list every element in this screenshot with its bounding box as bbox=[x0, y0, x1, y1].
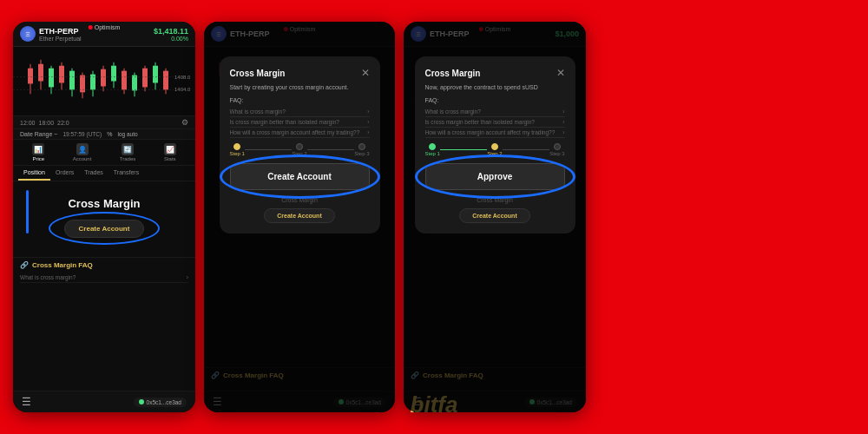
gear-icon-1[interactable]: ⚙ bbox=[181, 118, 188, 127]
account-label: Account bbox=[73, 156, 92, 161]
svg-text:1404.0: 1404.0 bbox=[174, 87, 191, 92]
step-connector-1-2 bbox=[245, 149, 292, 150]
percent-icon: % bbox=[107, 131, 112, 137]
svg-rect-10 bbox=[69, 71, 75, 90]
svg-rect-20 bbox=[122, 71, 127, 90]
nav-tab-account[interactable]: 👤 Account bbox=[73, 143, 92, 161]
step-label-3-3: Step 3 bbox=[549, 151, 564, 156]
cross-margin-content-1: Cross Margin Create Account bbox=[13, 181, 195, 257]
modal-overlay-2: Cross Margin ✕ Start by creating your cr… bbox=[204, 22, 395, 412]
nav-tab-price[interactable]: 📊 Price bbox=[32, 143, 44, 161]
wallet-address-1[interactable]: 0x5c1...ce3ad bbox=[134, 398, 187, 407]
optimism-dot-1 bbox=[89, 25, 93, 30]
arrow-annotation bbox=[26, 190, 29, 233]
time-bar-1: 12:00 18:00 22:0 ⚙ bbox=[13, 116, 195, 129]
ticker-info-1: ETH-PERP Ether Perpetual bbox=[39, 27, 82, 42]
modal-subtitle-2: Start by creating your cross margin acco… bbox=[230, 84, 370, 90]
sub-tab-transfers[interactable]: Transfers bbox=[108, 166, 144, 181]
faq-item-1-1[interactable]: What is cross margin? › bbox=[20, 273, 188, 283]
svg-rect-4 bbox=[38, 64, 43, 82]
modal-faq-item-3-1[interactable]: What is cross margin? › bbox=[425, 107, 565, 117]
sub-tab-orders[interactable]: Orders bbox=[50, 166, 79, 181]
step-connector-2-3 bbox=[503, 149, 549, 150]
modal-faq-item-2-2[interactable]: Is cross margin better than isolated mar… bbox=[230, 117, 370, 128]
modal-header-3: Cross Margin ✕ bbox=[425, 67, 565, 79]
cross-margin-title-1: Cross Margin bbox=[68, 197, 140, 210]
modal-faq-item-3-2[interactable]: Is cross margin better than isolated mar… bbox=[425, 117, 565, 128]
modal-create-small-btn-3[interactable]: Create Account bbox=[459, 208, 529, 223]
step-connector-1-3 bbox=[440, 149, 487, 150]
step-2-2: Step 2 bbox=[292, 143, 306, 156]
step-2-3: Step 2 bbox=[487, 143, 502, 156]
step-dot-3-2 bbox=[358, 143, 365, 150]
svg-rect-6 bbox=[49, 69, 54, 88]
faq-title-text-1: Cross Margin FAQ bbox=[32, 261, 93, 269]
faq-section-1: 🔗 Cross Margin FAQ What is cross margin?… bbox=[13, 257, 195, 286]
step-label-3-2: Step 3 bbox=[354, 151, 369, 156]
svg-rect-14 bbox=[90, 75, 95, 90]
optimism-badge-1: Optimism bbox=[89, 24, 121, 30]
price-value-1: $1,418.11 bbox=[154, 27, 188, 36]
nav-tab-trades[interactable]: 🔄 Trades bbox=[120, 143, 135, 161]
modal-create-btn-2[interactable]: Create Account bbox=[230, 163, 370, 190]
steps-indicator-2: Step 1 Step 2 Step 3 bbox=[230, 143, 370, 156]
svg-rect-24 bbox=[142, 69, 148, 88]
phone-screen-3: Optimism Ξ ETH-PERP $1,000 bbox=[404, 22, 586, 412]
steps-indicator-3: Step 1 Step 2 Step 3 bbox=[425, 143, 565, 156]
modal-title-2: Cross Margin bbox=[230, 69, 286, 78]
sub-tabs-1: Position Orders Trades Transfers bbox=[13, 166, 195, 181]
date-range-label: Date Range ~ bbox=[20, 131, 57, 137]
modal-faq-item-2-1[interactable]: What is cross margin? › bbox=[230, 107, 370, 117]
stats-label: Stats bbox=[164, 156, 176, 161]
nav-tab-stats[interactable]: 📈 Stats bbox=[164, 143, 176, 161]
modal-faq-item-2-3[interactable]: How will a cross margin account affect m… bbox=[230, 128, 370, 138]
modal-cross-margin-label-3: Cross Margin bbox=[425, 197, 565, 203]
step-label-1-2: Step 1 bbox=[230, 151, 245, 156]
hamburger-icon-1[interactable]: ☰ bbox=[22, 396, 31, 408]
top-bar-right-1: $1,418.11 0.00% bbox=[154, 27, 188, 42]
step-label-2-2: Step 2 bbox=[292, 151, 306, 156]
step-3-2: Step 3 bbox=[354, 143, 369, 156]
sub-tab-trades[interactable]: Trades bbox=[79, 166, 108, 181]
modal-create-wrapper-2: Create Account bbox=[230, 163, 370, 190]
modal-approve-btn-3[interactable]: Approve bbox=[425, 163, 565, 190]
sub-tab-position[interactable]: Position bbox=[18, 166, 50, 181]
step-dot-2-2 bbox=[296, 143, 303, 150]
log-auto: log auto bbox=[117, 131, 137, 137]
top-bar-left-1: Ξ ETH-PERP Ether Perpetual bbox=[20, 26, 82, 42]
ticker-name-1: ETH-PERP bbox=[39, 27, 82, 36]
faq-icon-1: 🔗 bbox=[20, 261, 29, 269]
modal-faq-label-2: FAQ: bbox=[230, 97, 370, 103]
modal-close-2[interactable]: ✕ bbox=[361, 67, 370, 79]
step-3-3: Step 3 bbox=[549, 143, 564, 156]
svg-rect-2 bbox=[28, 69, 33, 84]
step-1-3: Step 1 bbox=[425, 143, 440, 156]
bottom-bar-1: ☰ 0x5c1...ce3ad bbox=[13, 391, 195, 412]
modal-faq-label-3: FAQ: bbox=[425, 97, 565, 103]
account-icon: 👤 bbox=[76, 143, 89, 155]
modal-create-small-btn-2[interactable]: Create Account bbox=[264, 208, 334, 223]
svg-rect-28 bbox=[163, 71, 168, 90]
create-account-button-1[interactable]: Create Account bbox=[64, 220, 145, 238]
modal-faq-item-3-3[interactable]: How will a cross margin account affect m… bbox=[425, 128, 565, 138]
svg-rect-8 bbox=[59, 66, 64, 83]
price-label: Price bbox=[32, 156, 44, 161]
modal-close-3[interactable]: ✕ bbox=[556, 67, 565, 79]
modal-subtitle-3: Now, approve the contract to spend sUSD bbox=[425, 84, 565, 90]
nav-tabs-1: 📊 Price 👤 Account 🔄 Trades 📈 Stats bbox=[13, 140, 195, 166]
stats-icon: 📈 bbox=[164, 143, 176, 155]
chart-area-1: 1408.0 1404.0 bbox=[13, 47, 195, 116]
step-label-1-3: Step 1 bbox=[425, 151, 440, 156]
svg-rect-26 bbox=[153, 66, 158, 83]
step-dot-1-3 bbox=[429, 143, 436, 150]
step-dot-1-2 bbox=[233, 143, 240, 150]
time-2: 18:00 bbox=[39, 120, 55, 126]
svg-rect-22 bbox=[132, 76, 137, 91]
step-dot-3-3 bbox=[554, 143, 561, 150]
modal-approve-wrapper-3: Approve bbox=[425, 163, 565, 190]
step-label-2-3: Step 2 bbox=[487, 151, 502, 156]
trades-icon: 🔄 bbox=[122, 143, 134, 155]
price-icon: 📊 bbox=[32, 143, 44, 155]
modal-overlay-3: Cross Margin ✕ Now, approve the contract… bbox=[404, 22, 586, 412]
phone-screen-2: Optimism Ξ ETH-PERP bbox=[204, 22, 395, 412]
